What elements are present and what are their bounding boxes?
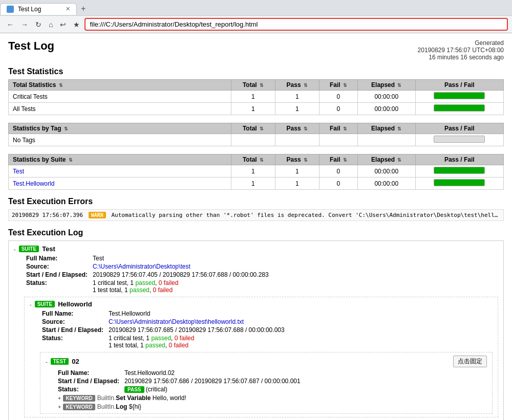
source-link[interactable]: C:\Users\Administrator\Desktop\test — [93, 263, 190, 270]
total-stats-header: Total Statistics ⇅ — [9, 80, 231, 91]
suite-test-status-row: Status: 1 critical test, 1 passed, 0 fai… — [26, 279, 498, 294]
row-bar — [415, 91, 503, 103]
sort-icon[interactable]: ⇅ — [59, 83, 63, 88]
execution-errors-section: Test Execution Errors 20190829 17:56:07.… — [8, 197, 504, 221]
test-statistics-section: Test Statistics Total Statistics ⇅ Total… — [8, 67, 504, 190]
forward-button[interactable]: → — [18, 19, 31, 30]
test-02-header: - TEST 02 点击固定 — [46, 356, 487, 367]
hw-status-label: Status: — [42, 335, 109, 349]
test-02-toggle[interactable]: - — [46, 359, 48, 365]
hw-fullname-label: Full Name: — [42, 310, 109, 317]
tag-stats-header: Statistics by Tag ⇅ — [9, 123, 231, 134]
tag-col-fail: Fail ⇅ — [319, 123, 357, 134]
tab-title: Test Log — [18, 6, 41, 13]
error-timestamp: 20190829 17:56:07.396 — [12, 212, 83, 218]
row-bar — [415, 178, 503, 190]
pass-portion — [434, 167, 484, 173]
suite-test-toggle[interactable]: - — [14, 246, 16, 252]
col-pass: Pass ⇅ — [275, 80, 319, 91]
total-passed: passed — [130, 286, 150, 294]
timing-value: 20190829 17:56:07.405 / 20190829 17:56:0… — [93, 271, 498, 278]
keyword-1-args: Hello, world! — [153, 394, 186, 402]
suite-helloworld-block: - SUITE Helloworld Full Name: Test.Hello… — [24, 297, 498, 417]
table-row: All Tests 1 1 0 00:00:00 — [9, 103, 504, 115]
keyword-1-prefix: BuiltIn. — [97, 394, 116, 402]
row-name: Critical Tests — [9, 91, 231, 103]
suite-col-total: Total ⇅ — [231, 154, 275, 165]
tag-col-pass-fail: Pass / Fail — [415, 123, 503, 134]
row-name: Test — [9, 165, 231, 178]
pass-fail-bar — [434, 179, 485, 186]
row-elapsed: 00:00:00 — [357, 165, 415, 178]
t02-fullname-label: Full Name: — [58, 369, 124, 377]
keyword-2-args: ${hi} — [129, 403, 141, 410]
execution-errors-title: Test Execution Errors — [8, 197, 504, 206]
hw-source-link[interactable]: C:\Users\Administrator\Desktop\test\hell… — [109, 318, 244, 325]
row-fail — [319, 134, 357, 146]
row-elapsed: 00:00:00 — [357, 103, 415, 115]
suite-col-pass: Pass ⇅ — [275, 154, 319, 165]
execution-log-section: Test Execution Log - SUITE Test Full Nam… — [8, 228, 504, 420]
back-button[interactable]: ← — [4, 19, 16, 30]
row-pass — [275, 134, 319, 146]
bookmark-button[interactable]: ★ — [71, 19, 82, 30]
row-bar — [415, 165, 503, 178]
reload-button[interactable]: ↻ — [33, 19, 44, 30]
row-total: 1 — [231, 103, 275, 115]
t02-timing-value: 20190829 17:56:07.686 / 20190829 17:56:0… — [124, 378, 487, 385]
address-bar[interactable] — [84, 18, 508, 31]
nav-bar: ← → ↻ ⌂ ↩ ★ — [0, 15, 512, 33]
pass-badge: PASS — [124, 386, 144, 393]
row-fail: 0 — [319, 178, 357, 190]
hw-failed: 0 failed — [175, 335, 195, 342]
tab-close-button[interactable]: ✕ — [66, 6, 70, 12]
browser-chrome: Test Log ✕ + ← → ↻ ⌂ ↩ ★ — [0, 0, 512, 33]
error-line: 20190829 17:56:07.396 WARN Automatically… — [8, 209, 504, 221]
source-label: Source: — [26, 263, 93, 270]
new-tab-button[interactable]: + — [77, 2, 90, 15]
suite-helloworld-badge: SUITE — [35, 301, 55, 307]
t02-status-value: PASS (critical) — [124, 386, 487, 393]
anchor-button[interactable]: 点击固定 — [453, 356, 487, 367]
suite-helloworld-name: Helloworld — [58, 300, 92, 308]
error-message: Automatically parsing other than '*.robo… — [111, 212, 504, 218]
suite-link[interactable]: Test.Helloworld — [13, 180, 54, 187]
suite-test-fullname-row: Full Name: Test — [26, 255, 498, 262]
timing-label: Start / End / Elapsed: — [26, 271, 93, 278]
keyword-1-toggle[interactable]: + — [58, 395, 61, 401]
keyword-2-toggle[interactable]: + — [58, 404, 61, 410]
history-back-button[interactable]: ↩ — [57, 19, 69, 30]
t02-timing-label: Start / End / Elapsed: — [58, 378, 124, 385]
row-total: 1 — [231, 178, 275, 190]
row-bar — [415, 103, 503, 115]
keyword-1-text: BuiltIn.Set Variable Hello, world! — [97, 394, 186, 402]
row-elapsed — [357, 134, 415, 146]
keyword-1-row: + KEYWORD BuiltIn.Set Variable Hello, wo… — [58, 394, 487, 402]
hw-timing-label: Start / End / Elapsed: — [42, 326, 109, 334]
row-name: No Tags — [9, 134, 231, 146]
suite-test-header: - SUITE Test — [14, 245, 498, 253]
keyword-1-badge: KEYWORD — [63, 395, 95, 402]
col-fail: Fail ⇅ — [319, 80, 357, 91]
tab-favicon — [7, 6, 14, 13]
active-tab[interactable]: Test Log ✕ — [0, 3, 77, 15]
row-total: 1 — [231, 91, 275, 103]
col-elapsed: Elapsed ⇅ — [357, 80, 415, 91]
suite-test-timing-row: Start / End / Elapsed: 20190829 17:56:07… — [26, 271, 498, 278]
table-row: Test.Helloworld 1 1 0 00:00:00 — [9, 178, 504, 190]
hw-status-value: 1 critical test, 1 passed, 0 failed 1 te… — [109, 335, 493, 349]
tag-statistics-table: Statistics by Tag ⇅ Total ⇅ Pass ⇅ Fail … — [8, 123, 504, 146]
row-pass: 1 — [275, 165, 319, 178]
home-button[interactable]: ⌂ — [46, 19, 55, 30]
helloworld-status-row: Status: 1 critical test, 1 passed, 0 fai… — [42, 335, 493, 349]
row-name: All Tests — [9, 103, 231, 115]
suite-link[interactable]: Test — [13, 168, 24, 175]
hw-total-failed: 0 failed — [168, 342, 188, 349]
hw-fullname-value: Test.Helloworld — [109, 310, 493, 317]
t02-status-label: Status: — [58, 386, 124, 393]
suite-helloworld-toggle[interactable]: - — [30, 301, 32, 307]
suite-sort-icon[interactable]: ⇅ — [69, 158, 73, 163]
test-02-fullname-row: Full Name: Test.Helloworld.02 — [58, 369, 487, 377]
tag-sort-icon[interactable]: ⇅ — [64, 126, 68, 131]
keyword-2-text: BuiltIn.Log ${hi} — [97, 403, 141, 410]
